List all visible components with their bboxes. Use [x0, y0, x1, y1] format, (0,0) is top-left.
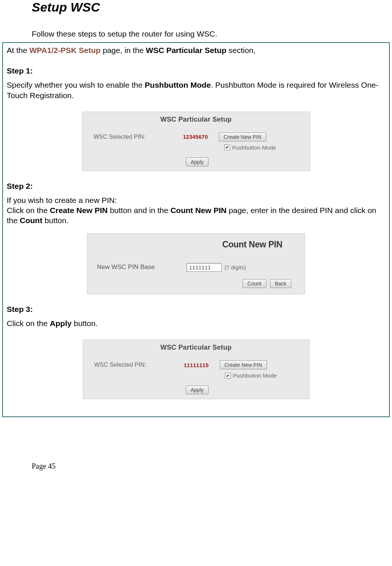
box-intro-mid: page, in the — [101, 46, 146, 54]
pin-label-2: WSC Selected PIN: — [94, 362, 184, 368]
step2-l2-suffix: button. — [43, 216, 69, 225]
wsc-section-name: WSC Particular Setup — [146, 46, 226, 54]
create-new-pin-button-2[interactable]: Create New PIN — [220, 360, 267, 369]
wpa-setup-link[interactable]: WPA1/2-PSK Setup — [29, 46, 101, 54]
step2-text: If you wish to create a new PIN: Click o… — [7, 195, 385, 226]
box-intro-suffix: section, — [226, 46, 255, 54]
panel2-title: Count New PIN — [87, 234, 305, 263]
intro-text: Follow these steps to setup the router f… — [32, 29, 392, 38]
count-term: Count — [20, 216, 43, 225]
new-pin-base-input[interactable]: 1111111 — [186, 263, 222, 272]
box-intro-prefix: At the — [7, 46, 29, 54]
step2-l2-mid1: button and in the — [108, 206, 170, 215]
apply-button-1[interactable]: Apply — [186, 157, 208, 166]
new-pin-base-label: New WSC PIN Base — [97, 263, 186, 271]
apply-button-2[interactable]: Apply — [186, 385, 208, 394]
step3-prefix: Click on the — [7, 319, 50, 328]
step1-label: Step 1: — [7, 66, 385, 75]
step3-suffix: button. — [72, 319, 98, 328]
step3-label: Step 3: — [7, 305, 385, 314]
panel3-title: WSC Particular Setup — [83, 340, 309, 360]
panel1-title: WSC Particular Setup — [82, 112, 310, 132]
count-new-pin-panel: Count New PIN New WSC PIN Base 1111111 (… — [87, 233, 305, 294]
page-title: Setup WSC — [32, 0, 392, 15]
page-number: Page 45 — [32, 462, 392, 470]
create-new-pin-button-1[interactable]: Create New PIN — [219, 132, 266, 141]
pushbutton-label-2: Pushbutton Mode — [233, 372, 277, 379]
pushbutton-checkbox-2[interactable]: ✔ — [225, 373, 231, 379]
box-intro: At the WPA1/2-PSK Setup page, in the WSC… — [7, 45, 385, 55]
count-button[interactable]: Count — [242, 279, 266, 288]
pin-value-2: 11111115 — [184, 362, 217, 368]
step1-prefix: Specify whether you wish to enable the — [7, 81, 145, 89]
step2-line1: If you wish to create a new PIN: — [7, 196, 117, 204]
create-new-pin-term: Create New PIN — [50, 206, 108, 215]
pin-label-1: WSC Selected PIN: — [94, 134, 183, 140]
count-new-pin-term: Count New PIN — [170, 206, 227, 215]
pin-digits-suffix: (7 digits) — [225, 264, 246, 271]
pushbutton-mode-term: Pushbutton Mode — [145, 81, 211, 89]
pushbutton-label-1: Pushbutton Mode — [232, 144, 276, 151]
step2-label: Step 2: — [7, 182, 385, 191]
pin-value-1: 12345670 — [183, 134, 217, 140]
wsc-particular-setup-panel-1: WSC Particular Setup WSC Selected PIN: 1… — [82, 112, 310, 171]
step3-text: Click on the Apply button. — [7, 318, 385, 328]
step2-l2-prefix: Click on the — [7, 206, 50, 215]
apply-term: Apply — [50, 319, 72, 328]
back-button[interactable]: Back — [270, 279, 291, 288]
wsc-particular-setup-panel-2: WSC Particular Setup WSC Selected PIN: 1… — [83, 340, 310, 399]
content-box: At the WPA1/2-PSK Setup page, in the WSC… — [2, 42, 390, 417]
step1-text: Specify whether you wish to enable the P… — [7, 80, 385, 100]
pushbutton-checkbox-1[interactable]: ✔ — [224, 144, 230, 150]
